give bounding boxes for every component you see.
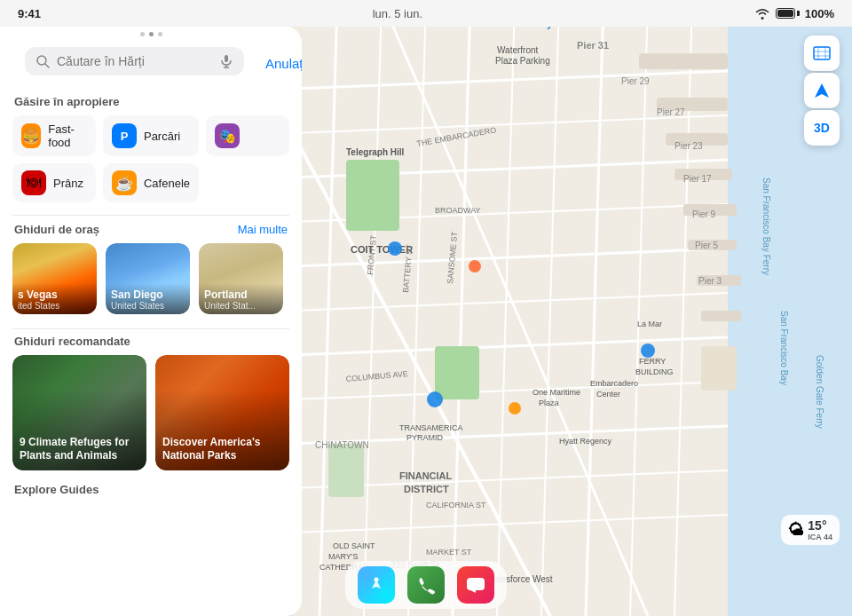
extra-icon: 🎭: [215, 123, 240, 148]
nearby-extra[interactable]: 🎭: [206, 115, 289, 156]
svg-text:FERRY: FERRY: [639, 357, 666, 366]
svg-text:BUILDING: BUILDING: [635, 367, 674, 376]
svg-text:MARKET ST: MARKET ST: [426, 548, 472, 557]
slide-panel: Anulați Găsire în apropiere 🍔 Fast-food …: [0, 27, 302, 616]
3d-label: 3D: [814, 121, 830, 135]
svg-text:Hyatt Regency: Hyatt Regency: [559, 437, 612, 446]
svg-text:Telegraph Hill: Telegraph Hill: [346, 147, 405, 157]
svg-text:Plaza: Plaza: [539, 399, 559, 407]
lunch-label: Prânz: [53, 177, 83, 190]
fastfood-label: Fast-food: [48, 122, 87, 149]
svg-text:Pier 17: Pier 17: [683, 174, 712, 184]
cancel-button[interactable]: Anulați: [265, 56, 302, 71]
city-card-portland[interactable]: Portland United Stat...: [199, 243, 283, 314]
city-guides-header: Ghiduri de oraș Mai multe: [0, 219, 302, 243]
svg-line-84: [45, 64, 49, 67]
nearby-parking[interactable]: P Parcări: [103, 115, 199, 156]
svg-point-91: [375, 578, 379, 582]
svg-point-58: [388, 241, 402, 256]
sandiego-name: San Diego: [111, 288, 185, 301]
location-icon: [813, 82, 831, 99]
svg-text:La Mar: La Mar: [637, 320, 662, 328]
svg-text:Plaza Parking: Plaza Parking: [495, 56, 550, 66]
nearby-cafes[interactable]: ☕ Cafenele: [103, 163, 199, 202]
rec-card-national[interactable]: Discover America's National Parks: [155, 355, 289, 470]
recommended-row: 9 Climate Refuges for Plants and Animals…: [0, 355, 302, 479]
weather-badge: 🌤 15° ICA 44: [781, 515, 840, 545]
sandiego-overlay: San Diego United States: [106, 283, 190, 314]
svg-text:Pier 31: Pier 31: [577, 40, 609, 51]
battery-icon: [776, 8, 800, 19]
explore-footer[interactable]: Explore Guides: [0, 479, 302, 500]
svg-text:TRANSAMERICA: TRANSAMERICA: [399, 423, 463, 432]
cafes-label: Cafenele: [144, 177, 190, 190]
nearby-fastfood[interactable]: 🍔 Fast-food: [12, 115, 96, 156]
nearby-lunch[interactable]: 🍽 Prânz: [12, 163, 96, 202]
portland-overlay: Portland United Stat...: [199, 283, 283, 314]
svg-text:Pier 23: Pier 23: [674, 141, 703, 151]
svg-text:FINANCIAL: FINANCIAL: [399, 470, 453, 481]
recommended-label: Ghiduri recomandate: [0, 333, 302, 355]
sandiego-country: United States: [111, 301, 185, 311]
mic-icon[interactable]: [219, 54, 233, 68]
nearby-section-label: Găsire în apropiere: [0, 91, 302, 115]
vegas-name: s Vegas: [18, 288, 91, 301]
fastfood-icon: 🍔: [21, 123, 41, 148]
svg-point-59: [469, 260, 481, 272]
dock-maps[interactable]: [358, 566, 395, 604]
svg-rect-27: [639, 53, 728, 69]
svg-rect-35: [701, 346, 737, 391]
search-input[interactable]: [57, 54, 212, 68]
svg-point-61: [641, 344, 655, 358]
city-guides-row: s Vegas ited States San Diego United Sta…: [0, 243, 302, 325]
location-button[interactable]: [804, 73, 840, 108]
svg-rect-25: [435, 346, 479, 399]
parking-icon: P: [112, 123, 137, 148]
portland-country: United Stat...: [204, 301, 278, 311]
search-icon: [36, 54, 50, 68]
weather-temp: 15°: [808, 518, 832, 533]
separator-2: [12, 328, 289, 329]
panel-handle-dots: [0, 27, 302, 38]
more-button[interactable]: Mai multe: [238, 223, 288, 236]
svg-text:Embarcadero: Embarcadero: [590, 379, 638, 388]
svg-text:CHINATOWN: CHINATOWN: [315, 440, 369, 450]
svg-marker-89: [815, 83, 829, 98]
status-time: 9:41: [18, 7, 41, 20]
svg-text:San Francisco Bay: San Francisco Bay: [779, 311, 789, 385]
map-type-button[interactable]: [804, 36, 840, 71]
svg-text:Pier 29: Pier 29: [621, 76, 650, 86]
nearby-grid: 🍔 Fast-food P Parcări 🎭 🍽 Prânz ☕ Cafene…: [0, 115, 302, 211]
svg-rect-88: [814, 47, 830, 59]
city-card-sandiego[interactable]: San Diego United States: [106, 243, 190, 314]
svg-rect-85: [225, 55, 228, 62]
svg-text:Waterfront: Waterfront: [497, 45, 539, 55]
svg-text:One Maritime: One Maritime: [532, 388, 580, 397]
messages-app-icon: [464, 573, 487, 596]
svg-text:Pier 5: Pier 5: [695, 241, 719, 250]
svg-text:PYRAMID: PYRAMID: [406, 433, 444, 442]
map-type-icon: [812, 43, 832, 63]
portland-name: Portland: [204, 288, 278, 301]
3d-button[interactable]: 3D: [804, 110, 840, 146]
weather-code: ICA 44: [808, 533, 832, 541]
dock-messages[interactable]: [457, 566, 494, 604]
map-controls: 3D: [804, 36, 840, 146]
svg-rect-26: [328, 444, 364, 497]
panel-dot: [140, 32, 145, 36]
rec-card-climate[interactable]: 9 Climate Refuges for Plants and Animals: [12, 355, 146, 470]
svg-text:Pier 27: Pier 27: [657, 107, 685, 117]
svg-text:CALIFORNIA ST: CALIFORNIA ST: [426, 501, 486, 509]
svg-rect-24: [346, 160, 399, 231]
svg-text:DISTRICT: DISTRICT: [404, 484, 449, 494]
city-card-vegas[interactable]: s Vegas ited States: [12, 243, 97, 314]
explore-label: Explore Guides: [14, 483, 99, 496]
dock-phone[interactable]: [407, 566, 445, 604]
svg-text:Golden Gate Ferry: Golden Gate Ferry: [815, 355, 824, 429]
search-bar[interactable]: [25, 47, 244, 75]
svg-point-62: [509, 402, 521, 415]
separator: [12, 215, 289, 216]
svg-text:San Francisco Bay Ferry: San Francisco Bay Ferry: [761, 178, 771, 275]
national-overlay: Discover America's National Parks: [155, 355, 289, 470]
climate-title: 9 Climate Refuges for Plants and Animals: [20, 436, 139, 463]
